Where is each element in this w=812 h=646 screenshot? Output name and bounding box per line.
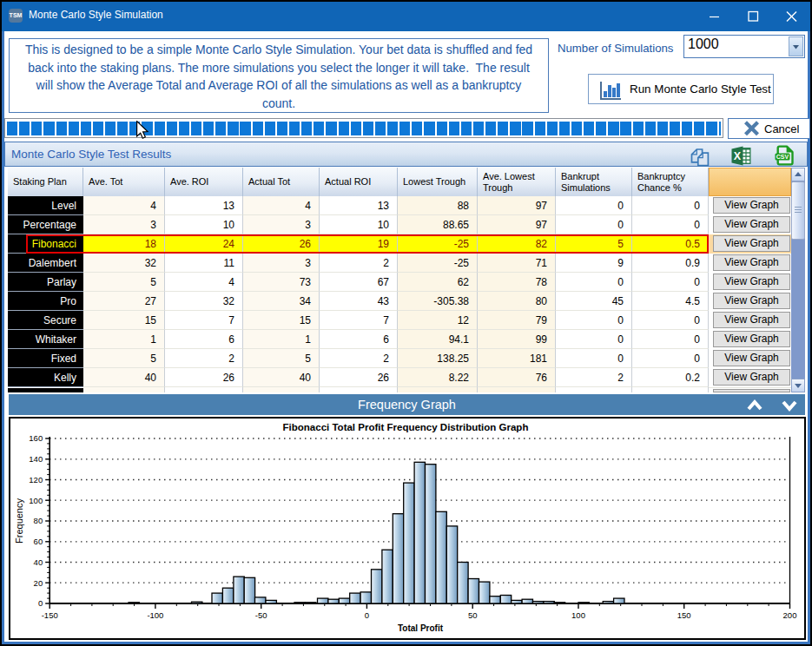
svg-text:-150: -150 <box>42 610 58 620</box>
svg-text:CSV: CSV <box>776 154 789 160</box>
svg-text:X: X <box>734 150 742 162</box>
svg-text:200: 200 <box>783 610 797 620</box>
svg-text:60: 60 <box>34 537 43 546</box>
svg-text:-100: -100 <box>147 610 163 620</box>
svg-text:0: 0 <box>38 598 43 608</box>
svg-text:140: 140 <box>29 454 43 464</box>
svg-text:160: 160 <box>29 433 43 443</box>
svg-text:Total Profit: Total Profit <box>398 623 444 633</box>
svg-text:-50: -50 <box>255 610 267 620</box>
svg-text:40: 40 <box>34 557 43 567</box>
svg-text:Fibonacci Total Profit Frequen: Fibonacci Total Profit Frequency Distrib… <box>283 422 529 432</box>
svg-text:80: 80 <box>34 516 43 525</box>
svg-text:50: 50 <box>468 610 478 620</box>
svg-text:120: 120 <box>29 475 43 484</box>
svg-text:150: 150 <box>677 610 691 620</box>
svg-text:100: 100 <box>571 610 585 620</box>
svg-text:100: 100 <box>29 496 43 505</box>
svg-text:Frequency: Frequency <box>14 498 24 544</box>
svg-text:0: 0 <box>365 610 369 620</box>
svg-text:20: 20 <box>34 578 43 588</box>
